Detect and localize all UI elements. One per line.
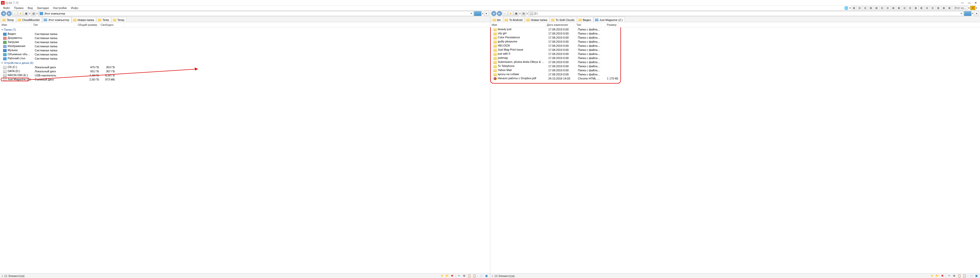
list-row[interactable]: кросы на собаке17.08.2019 0:00Папка с фа… xyxy=(490,72,980,77)
list-row[interactable]: OS (C:)Локальный диск475 ГБ353 ГБ xyxy=(0,65,490,69)
menu-view[interactable]: Вид xyxy=(25,6,35,10)
col-size[interactable]: Размер xyxy=(600,23,618,27)
list-row[interactable]: just with F.17.08.2019 0:00Папка с файла… xyxy=(490,52,980,56)
layout-btn-16[interactable]: ▦ xyxy=(935,6,941,10)
menu-info[interactable]: Инфо xyxy=(69,6,80,10)
list-row[interactable]: Just Mag Print Issue17.08.2019 0:00Папка… xyxy=(490,48,980,52)
tab[interactable]: To Solit Clouds xyxy=(550,17,576,22)
globe-icon[interactable]: 🌐 xyxy=(844,6,849,10)
left-view-button[interactable] xyxy=(474,11,482,16)
favorites-button[interactable]: ★ xyxy=(18,11,23,16)
left-address-bar[interactable]: Этот компьютер ▾ xyxy=(38,11,473,16)
list-row[interactable]: ЗагрузкиСистемная папка xyxy=(0,40,490,44)
tab[interactable]: Новая папка xyxy=(525,17,549,22)
layout-btn-17[interactable]: ▦ xyxy=(941,6,946,10)
copy-icon[interactable]: ⧉ xyxy=(952,274,956,278)
tree-icon[interactable]: ⬚ xyxy=(479,274,484,278)
left-list-body[interactable]: Папки (7)ВидеоСистемная папкаДокументыСи… xyxy=(0,27,490,273)
list-row[interactable]: beauty just17.08.2019 0:00Папка с файлам… xyxy=(490,27,980,32)
tab[interactable]: CloudMounter xyxy=(16,17,42,22)
right-view-button[interactable] xyxy=(964,11,972,16)
list-row[interactable]: ИзображенияСистемная папка xyxy=(0,44,490,48)
layout-btn-9[interactable]: ▦ xyxy=(896,6,901,10)
paste-icon[interactable]: 📋 xyxy=(957,274,961,278)
tab[interactable]: bin xyxy=(491,17,503,22)
left-extra-button[interactable]: ▾ xyxy=(484,11,489,16)
forward-button[interactable]: ► xyxy=(497,11,502,16)
list-row[interactable]: HELOIZA17.08.2019 0:00Папка с файлами xyxy=(490,44,980,48)
up-button[interactable]: ↑ xyxy=(12,11,18,16)
folder-icon[interactable]: 📁 xyxy=(445,274,449,278)
paste2-icon[interactable]: 📋 xyxy=(473,274,476,278)
cut-icon[interactable]: ✂ xyxy=(947,274,951,278)
layout-btn-18[interactable]: ▦ xyxy=(947,6,952,10)
layout-btn-10[interactable]: ▤ xyxy=(902,6,907,10)
flash-icon[interactable]: ⚡ xyxy=(930,274,934,278)
grid-button[interactable]: ▦ xyxy=(514,11,519,16)
layout-btn-15[interactable]: ▥ xyxy=(930,6,935,10)
delete-icon[interactable]: ✖ xyxy=(450,274,454,278)
layout-btn-14[interactable]: ▤ xyxy=(924,6,929,10)
list-row[interactable]: To Telephone17.08.2019 0:00Папка с файла… xyxy=(490,64,980,68)
right-extra-button[interactable]: ▾ xyxy=(974,11,979,16)
list-row[interactable]: Объемные объектыСистемная папка xyxy=(0,53,490,56)
back-button[interactable]: ◄ xyxy=(1,11,6,16)
back-button[interactable]: ◄ xyxy=(491,11,496,16)
list-row[interactable]: Just Magazine (Z:)Съемный диск2,00 ГБ973… xyxy=(0,77,490,81)
layout-btn-3[interactable]: ▥ xyxy=(862,6,868,10)
menu-settings[interactable]: Настройки xyxy=(51,6,69,10)
right-list-body[interactable]: beauty just17.08.2019 0:00Папка с файлам… xyxy=(490,27,980,273)
copy-icon[interactable]: ⧉ xyxy=(462,274,466,278)
list-row[interactable]: city girl17.08.2019 0:00Папка с файлами xyxy=(490,32,980,35)
col-type[interactable]: Тип xyxy=(575,23,600,27)
tab[interactable]: Just Magazine (Z:) xyxy=(593,17,625,22)
list-row[interactable]: justmag17.08.2019 0:00Папка с файлами xyxy=(490,56,980,60)
forward-button[interactable]: ► xyxy=(6,11,12,16)
tab[interactable]: Temp xyxy=(111,17,127,22)
group-header[interactable]: Папки (7) xyxy=(0,27,490,32)
layout-btn-13[interactable]: ▦ xyxy=(919,6,924,10)
right-address-bar[interactable]: Z:\ ▾ xyxy=(528,11,964,16)
col-date[interactable]: Дата изменения xyxy=(546,23,575,27)
tab[interactable]: To Android xyxy=(503,17,525,22)
menu-file[interactable]: Файл xyxy=(1,6,12,10)
list-row[interactable]: Рабочий столСистемная папка xyxy=(0,56,490,61)
paste-icon[interactable]: 📋 xyxy=(467,274,471,278)
maximize-button[interactable]: ▭ xyxy=(966,0,972,5)
delete-icon[interactable]: ✖ xyxy=(940,274,944,278)
tab[interactable]: Temp xyxy=(1,17,16,22)
list-row[interactable]: ДокументыСистемная папка xyxy=(0,36,490,40)
list-row[interactable]: МузыкаСистемная папка xyxy=(0,48,490,53)
layout-btn-12[interactable]: ▦ xyxy=(913,6,918,10)
up-button[interactable]: ↑ xyxy=(503,11,508,16)
col-size[interactable]: Общий размер xyxy=(75,23,99,27)
filter-button[interactable]: ▤ xyxy=(521,11,526,16)
list-row[interactable]: Submission, photos Anita Olbrys & Zbigni… xyxy=(490,60,980,64)
folder-icon[interactable]: 📁 xyxy=(935,274,939,278)
layout-btn-5[interactable]: ▦ xyxy=(874,6,879,10)
list-row[interactable]: DATA (D:)Локальный диск931 ГБ307 ГБ xyxy=(0,69,490,73)
grid-button[interactable]: ▦ xyxy=(24,11,29,16)
tab[interactable]: Этот компьютер xyxy=(42,17,72,22)
layout-btn-4[interactable]: ▦ xyxy=(868,6,873,10)
tab[interactable]: Видео xyxy=(577,17,593,22)
col-name[interactable]: Имя xyxy=(490,23,546,27)
flash-icon[interactable]: ⚡ xyxy=(440,274,444,278)
col-name[interactable]: Имя xyxy=(0,23,32,27)
location-label-icon[interactable]: Этот ко... xyxy=(953,6,968,10)
layout-btn-7[interactable]: ▥ xyxy=(885,6,890,10)
col-type[interactable]: Тип xyxy=(32,23,75,27)
minimize-button[interactable]: — xyxy=(959,0,966,5)
list-row[interactable]: Начало работы с Dropbox.pdf24.10.2016 14… xyxy=(490,77,980,80)
close-button[interactable]: ✕ xyxy=(972,0,979,5)
layout-btn-8[interactable]: ▦ xyxy=(891,6,896,10)
list-row[interactable]: Color Persistence17.08.2019 0:00Папка с … xyxy=(490,35,980,40)
favorites-button[interactable]: ★ xyxy=(508,11,513,16)
tab[interactable]: Новая папка xyxy=(72,17,96,22)
layout-btn-11[interactable]: ▥ xyxy=(907,6,913,10)
cut-icon[interactable]: ✂ xyxy=(457,274,461,278)
star-icon[interactable]: ★ xyxy=(970,6,975,10)
tree-icon[interactable]: ⬚ xyxy=(969,274,974,278)
list-row[interactable]: NIKON D90 (E:)USB-накопитель7,48 ГБ6,38 … xyxy=(0,73,490,77)
list-row[interactable]: ВидеоСистемная папка xyxy=(0,32,490,36)
